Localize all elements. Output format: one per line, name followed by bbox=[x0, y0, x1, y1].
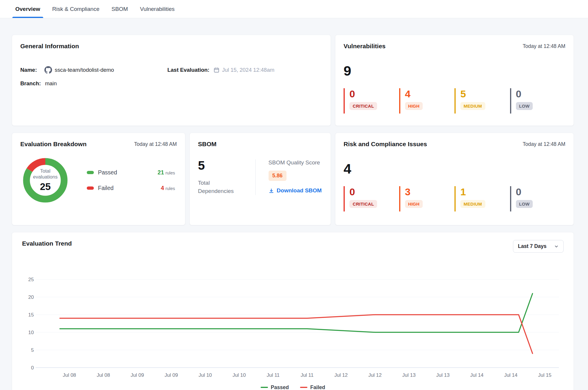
high-badge: HIGH bbox=[405, 200, 423, 208]
svg-text:10: 10 bbox=[28, 330, 34, 335]
evaluation-breakdown-card: Evaluation Breakdown Today at 12:48 AM T… bbox=[12, 133, 185, 225]
medium-badge: MEDIUM bbox=[460, 102, 485, 110]
vulnerabilities-timestamp: Today at 12:48 AM bbox=[523, 43, 565, 49]
last-evaluation-row: Last Evaluation: Jul 15, 2024 12:48am bbox=[167, 66, 322, 74]
last-evaluation-label: Last Evaluation: bbox=[167, 67, 209, 73]
high-badge: HIGH bbox=[405, 102, 423, 110]
vulnerabilities-card: Vulnerabilities Today at 12:48 AM 9 0 CR… bbox=[335, 35, 574, 126]
failed-legend-row: Failed 4rules bbox=[87, 185, 175, 191]
svg-text:Jul 15: Jul 15 bbox=[538, 372, 551, 378]
risk-compliance-total: 4 bbox=[344, 162, 565, 176]
evaluation-trend-card: Evaluation Trend Last 7 Days 0510152025J… bbox=[12, 232, 574, 390]
svg-text:Jul 11: Jul 11 bbox=[267, 372, 280, 378]
svg-text:Jul 14: Jul 14 bbox=[504, 372, 517, 378]
branch-row: Branch: main bbox=[20, 80, 167, 87]
date-range-value: Last 7 Days bbox=[518, 243, 547, 249]
general-information-title: General Information bbox=[20, 43, 79, 50]
svg-text:Jul 13: Jul 13 bbox=[436, 372, 449, 378]
total-dependencies-value: 5 bbox=[198, 159, 255, 172]
svg-text:Jul 12: Jul 12 bbox=[334, 372, 348, 378]
download-icon bbox=[269, 188, 274, 194]
svg-text:Jul 09: Jul 09 bbox=[131, 372, 144, 378]
tab-sbom[interactable]: SBOM bbox=[110, 0, 129, 18]
trend-legend-passed: Passed bbox=[261, 384, 289, 390]
risk-compliance-title: Risk and Compliance Issues bbox=[344, 141, 427, 148]
vuln-medium-stat: 5 MEDIUM bbox=[454, 88, 510, 114]
svg-text:0: 0 bbox=[31, 365, 34, 371]
svg-text:Jul 10: Jul 10 bbox=[232, 372, 246, 378]
top-tab-bar: Overview Risk & Compliance SBOM Vulnerab… bbox=[0, 0, 588, 18]
critical-badge: CRITICAL bbox=[349, 102, 377, 110]
failed-swatch bbox=[87, 186, 94, 190]
risk-compliance-timestamp: Today at 12:48 AM bbox=[523, 141, 565, 147]
name-label: Name: bbox=[20, 67, 40, 73]
sbom-title: SBOM bbox=[198, 141, 216, 148]
passed-swatch bbox=[87, 171, 94, 174]
chevron-down-icon bbox=[554, 244, 559, 249]
general-information-card: General Information Name: ssca-team/todo… bbox=[12, 35, 331, 126]
evaluation-breakdown-title: Evaluation Breakdown bbox=[20, 141, 86, 148]
sbom-card: SBOM 5 TotalDependencies SBOM Quality Sc… bbox=[189, 133, 331, 225]
svg-text:Jul 10: Jul 10 bbox=[199, 372, 212, 378]
svg-text:Jul 14: Jul 14 bbox=[470, 372, 483, 378]
tab-risk-compliance[interactable]: Risk & Compliance bbox=[51, 0, 101, 18]
svg-text:5: 5 bbox=[31, 347, 34, 353]
vulnerabilities-title: Vulnerabilities bbox=[344, 43, 386, 50]
date-range-dropdown[interactable]: Last 7 Days bbox=[513, 240, 564, 253]
download-sbom-link[interactable]: Download SBOM bbox=[269, 187, 322, 194]
svg-text:15: 15 bbox=[28, 312, 34, 318]
failed-line-swatch bbox=[300, 387, 307, 388]
last-evaluation-value: Jul 15, 2024 12:48am bbox=[222, 67, 274, 73]
risk-low-stat: 0 LOW bbox=[510, 186, 566, 211]
passed-line-swatch bbox=[261, 387, 268, 388]
evaluations-donut-chart: Totalevaluations 25 bbox=[20, 155, 70, 205]
sbom-quality-score-label: SBOM Quality Score bbox=[269, 159, 322, 166]
evaluation-trend-chart: 0510152025Jul 08Jul 08Jul 09Jul 09Jul 10… bbox=[22, 257, 564, 390]
risk-high-stat: 3 HIGH bbox=[399, 186, 455, 211]
svg-text:Jul 12: Jul 12 bbox=[368, 372, 382, 378]
svg-text:Jul 11: Jul 11 bbox=[301, 372, 314, 378]
branch-label: Branch: bbox=[20, 80, 41, 87]
evaluation-breakdown-timestamp: Today at 12:48 AM bbox=[134, 141, 177, 147]
vuln-high-stat: 4 HIGH bbox=[399, 88, 455, 114]
tab-vulnerabilities[interactable]: Vulnerabilities bbox=[139, 0, 176, 18]
risk-critical-stat: 0 CRITICAL bbox=[344, 186, 399, 211]
risk-compliance-card: Risk and Compliance Issues Today at 12:4… bbox=[335, 133, 574, 225]
donut-center-label: Totalevaluations bbox=[33, 168, 57, 180]
branch-value: main bbox=[45, 80, 57, 87]
low-badge: LOW bbox=[516, 200, 533, 208]
svg-text:Jul 13: Jul 13 bbox=[402, 372, 416, 378]
evaluation-trend-title: Evaluation Trend bbox=[22, 240, 72, 247]
svg-text:Jul 09: Jul 09 bbox=[165, 372, 178, 378]
passed-legend-row: Passed 21rules bbox=[87, 169, 175, 176]
svg-text:20: 20 bbox=[28, 294, 34, 300]
repo-name-row: Name: ssca-team/todolist-demo bbox=[20, 66, 167, 74]
svg-text:Jul 08: Jul 08 bbox=[63, 372, 76, 378]
github-icon bbox=[44, 66, 52, 74]
low-badge: LOW bbox=[516, 102, 533, 110]
calendar-icon bbox=[214, 67, 219, 73]
critical-badge: CRITICAL bbox=[349, 200, 377, 208]
vulnerabilities-total: 9 bbox=[344, 64, 565, 78]
svg-text:Jul 08: Jul 08 bbox=[97, 372, 110, 378]
svg-text:25: 25 bbox=[28, 277, 34, 282]
vuln-critical-stat: 0 CRITICAL bbox=[344, 88, 399, 114]
repo-name-value: ssca-team/todolist-demo bbox=[55, 67, 114, 73]
medium-badge: MEDIUM bbox=[460, 200, 485, 208]
dashboard-content: General Information Name: ssca-team/todo… bbox=[0, 18, 588, 390]
donut-center-value: 25 bbox=[40, 181, 51, 193]
total-dependencies-label: TotalDependencies bbox=[198, 179, 255, 195]
tab-overview[interactable]: Overview bbox=[14, 0, 41, 18]
vuln-low-stat: 0 LOW bbox=[510, 88, 566, 114]
risk-medium-stat: 1 MEDIUM bbox=[454, 186, 510, 211]
trend-legend-failed: Failed bbox=[300, 384, 325, 390]
sbom-quality-score-value: 5.86 bbox=[269, 171, 286, 181]
trend-chart-legend: Passed Failed bbox=[22, 384, 564, 390]
